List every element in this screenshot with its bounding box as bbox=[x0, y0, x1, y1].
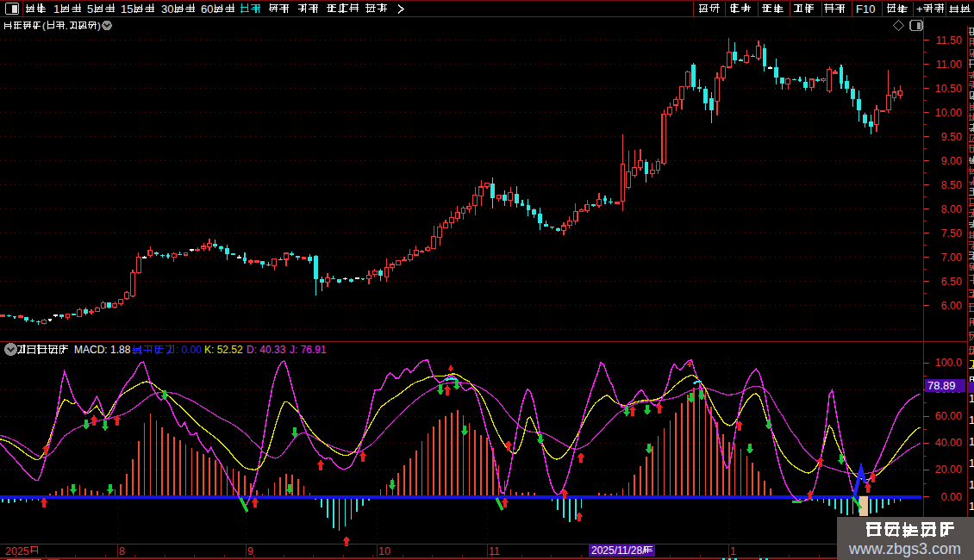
svg-text:6.50: 6.50 bbox=[941, 276, 962, 288]
svg-text:1: 1 bbox=[969, 414, 974, 426]
svg-text:11: 11 bbox=[489, 545, 500, 557]
svg-text:15: 15 bbox=[121, 3, 133, 16]
svg-text:6.00: 6.00 bbox=[941, 300, 962, 312]
svg-text:1: 1 bbox=[969, 435, 974, 448]
svg-text:10: 10 bbox=[378, 545, 390, 557]
svg-text:78.89: 78.89 bbox=[927, 379, 956, 392]
svg-text:MACD: 1.88: MACD: 1.88 bbox=[74, 344, 131, 356]
svg-text:(: ( bbox=[42, 21, 46, 31]
svg-text:9.50: 9.50 bbox=[941, 131, 962, 143]
svg-text:K: 52.52: K: 52.52 bbox=[204, 344, 243, 356]
svg-text:www.zbgs3.com: www.zbgs3.com bbox=[848, 540, 961, 557]
svg-text:11.50: 11.50 bbox=[936, 34, 962, 47]
svg-text:1: 1 bbox=[969, 478, 974, 491]
svg-text:10.00: 10.00 bbox=[935, 107, 962, 119]
svg-text:2025: 2025 bbox=[5, 545, 29, 557]
svg-text:40.00: 40.00 bbox=[935, 437, 962, 449]
svg-text:8: 8 bbox=[119, 545, 125, 557]
svg-text:.: . bbox=[66, 21, 68, 31]
svg-text:60.00: 60.00 bbox=[935, 410, 962, 422]
svg-text:D: 40.33: D: 40.33 bbox=[247, 344, 286, 356]
svg-text:F10: F10 bbox=[856, 3, 875, 16]
svg-text:1: 1 bbox=[969, 392, 974, 405]
svg-text:20.00: 20.00 bbox=[935, 464, 962, 476]
svg-text:1: 1 bbox=[730, 545, 736, 557]
svg-text:1: 1 bbox=[53, 3, 59, 16]
svg-text:7.50: 7.50 bbox=[941, 227, 962, 240]
svg-text:10.50: 10.50 bbox=[935, 83, 962, 95]
svg-text:+: + bbox=[916, 3, 923, 16]
svg-text:): ) bbox=[97, 21, 101, 31]
svg-text:1: 1 bbox=[969, 500, 974, 513]
svg-text:: 0.00: : 0.00 bbox=[176, 344, 202, 356]
svg-text:8.50: 8.50 bbox=[941, 179, 962, 191]
svg-text:1: 1 bbox=[969, 457, 974, 470]
svg-text:7.00: 7.00 bbox=[941, 252, 962, 264]
svg-text:8.00: 8.00 bbox=[941, 203, 962, 215]
svg-text:100.0: 100.0 bbox=[935, 357, 962, 369]
svg-text:60: 60 bbox=[201, 3, 213, 16]
svg-text:11.00: 11.00 bbox=[936, 59, 962, 71]
svg-text:30: 30 bbox=[161, 3, 173, 16]
svg-text:J: 76.91: J: 76.91 bbox=[290, 344, 327, 356]
svg-text:0.00: 0.00 bbox=[941, 491, 962, 503]
svg-text:9: 9 bbox=[247, 545, 253, 557]
svg-text:9.00: 9.00 bbox=[941, 155, 962, 167]
svg-text:2025/11/28/: 2025/11/28/ bbox=[591, 544, 646, 557]
svg-text:5: 5 bbox=[87, 3, 93, 16]
